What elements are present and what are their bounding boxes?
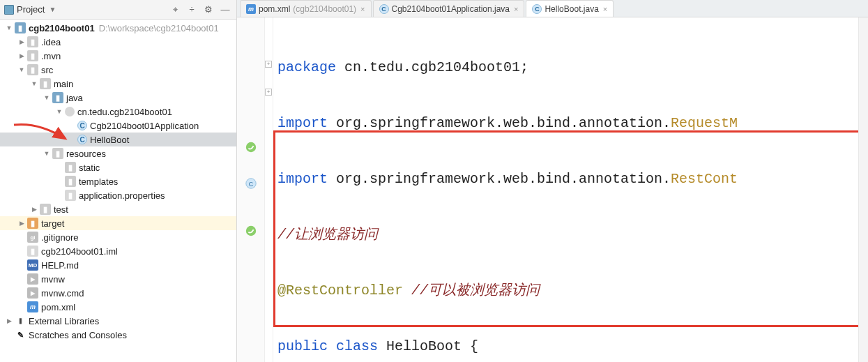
chevron-right-icon[interactable]: ▶ [4, 316, 14, 326]
svg-point-3 [246, 226, 256, 236]
select-target-icon[interactable]: ⌖ [168, 3, 182, 17]
project-toolbar: Project ▼ ⌖ ÷ ⚙ — [0, 0, 236, 20]
properties-file-icon: ▮ [65, 190, 76, 201]
gutter-spring-icon[interactable] [244, 140, 258, 154]
tree-item-target[interactable]: ▶ ▮ target [0, 216, 236, 230]
gutter-spring-icon[interactable] [244, 224, 258, 238]
tab-label: HelloBoot.java [545, 4, 598, 14]
folder-icon: ▮ [27, 36, 38, 47]
close-icon[interactable]: × [359, 5, 365, 13]
tab-application[interactable]: C Cgb2104boot01Application.java × [373, 0, 525, 17]
close-icon[interactable]: × [602, 5, 607, 13]
folder-icon: ▮ [27, 50, 38, 61]
tree-item-resources[interactable]: ▼ ▮ resources [0, 146, 236, 160]
project-sidebar: Project ▼ ⌖ ÷ ⚙ — ▼ ▮ cgb2104boot01 D:\w… [0, 0, 237, 362]
markdown-file-icon: MD [27, 259, 38, 271]
project-tree[interactable]: ▼ ▮ cgb2104boot01 D:\workspace\cgb2104bo… [0, 20, 236, 362]
tree-item-static[interactable]: ▶ ▮ static [0, 160, 236, 174]
tree-item-app-class[interactable]: ▶ C Cgb2104boot01Application [0, 119, 236, 133]
class-icon: C [532, 4, 542, 14]
excluded-folder-icon: ▮ [27, 218, 38, 229]
gutter-fold: + + [265, 17, 273, 362]
tab-label: pom.xml [259, 4, 290, 14]
shell-file-icon: ▶ [27, 273, 38, 285]
project-title: Project [17, 4, 45, 15]
tab-label: Cgb2104boot01Application.java [392, 4, 510, 14]
tree-item-package[interactable]: ▼ cn.tedu.cgb2104boot01 [0, 105, 236, 119]
project-dropdown-icon[interactable]: ▼ [47, 6, 56, 13]
module-icon: ▮ [15, 22, 26, 33]
folder-icon: ▮ [40, 204, 51, 215]
tree-item-mvn[interactable]: ▶ ▮ .mvn [0, 49, 236, 63]
code-editor[interactable]: package cn.tedu.cgb2104boot01; import or… [273, 17, 858, 362]
gutter-icons: C [237, 17, 265, 362]
package-icon [65, 107, 75, 116]
chevron-down-icon[interactable]: ▼ [4, 23, 14, 33]
shell-file-icon: ▶ [27, 287, 38, 299]
tree-item-templates[interactable]: ▶ ▮ templates [0, 174, 236, 188]
tree-item-java[interactable]: ▼ ▮ java [0, 91, 236, 105]
svg-point-0 [246, 142, 256, 152]
gear-icon[interactable]: ⚙ [201, 3, 215, 17]
tree-item-help[interactable]: ▶ MD HELP.md [0, 258, 236, 272]
maven-file-icon: m [246, 4, 256, 14]
iml-file-icon: ▮ [27, 246, 38, 257]
tree-path: D:\workspace\cgb2104boot01 [95, 23, 219, 33]
editor-area: m pom.xml (cgb2104boot01) × C Cgb2104boo… [237, 0, 868, 362]
tree-item-mvnw[interactable]: ▶ ▶ mvnw [0, 272, 236, 286]
tab-pom[interactable]: m pom.xml (cgb2104boot01) × [240, 0, 372, 17]
tree-item-src[interactable]: ▼ ▮ src [0, 63, 236, 77]
fold-icon[interactable]: + [265, 89, 272, 96]
tree-item-test[interactable]: ▶ ▮ test [0, 202, 236, 216]
scratches-icon: ✎ [15, 329, 26, 340]
library-icon: ⫴ [15, 315, 26, 326]
gutter-bean-icon[interactable]: C [244, 176, 258, 190]
chevron-down-icon[interactable]: ▼ [17, 65, 26, 75]
close-icon[interactable]: × [512, 5, 518, 13]
tree-item-pom[interactable]: ▶ m pom.xml [0, 300, 236, 314]
tree-label: cgb2104boot01 [29, 23, 95, 33]
editor-marker-strip[interactable] [858, 17, 868, 362]
tab-sub: (cgb2104boot01) [293, 4, 356, 14]
class-icon: C [77, 135, 87, 144]
folder-icon: ▮ [27, 64, 38, 75]
class-icon: C [77, 121, 87, 130]
hide-panel-icon[interactable]: — [218, 3, 232, 17]
editor-body: C + + package cn.tedu.cgb2104boot01; imp… [237, 17, 868, 362]
tree-item-appprops[interactable]: ▶ ▮ application.properties [0, 188, 236, 202]
chevron-right-icon[interactable]: ▶ [17, 218, 26, 228]
tree-item-external-libs[interactable]: ▶ ⫴ External Libraries [0, 314, 236, 328]
divider-icon[interactable]: ÷ [185, 3, 199, 17]
chevron-down-icon[interactable]: ▼ [42, 149, 52, 158]
gitignore-file-icon: gi [27, 232, 38, 243]
tree-item-idea[interactable]: ▶ ▮ .idea [0, 35, 236, 49]
tree-item-mvnwcmd[interactable]: ▶ ▶ mvnw.cmd [0, 286, 236, 300]
chevron-right-icon[interactable]: ▶ [17, 51, 26, 61]
chevron-down-icon[interactable]: ▼ [29, 79, 39, 89]
tab-helloboot[interactable]: C HelloBoot.java × [526, 0, 614, 17]
chevron-right-icon[interactable]: ▶ [17, 37, 26, 47]
class-icon: C [379, 4, 389, 14]
editor-tabbar: m pom.xml (cgb2104boot01) × C Cgb2104boo… [237, 0, 868, 17]
tree-item-iml[interactable]: ▶ ▮ cgb2104boot01.iml [0, 244, 236, 258]
tree-item-helloboot[interactable]: ▶ C HelloBoot [0, 133, 236, 146]
tree-root[interactable]: ▼ ▮ cgb2104boot01 D:\workspace\cgb2104bo… [0, 21, 236, 35]
tree-item-main[interactable]: ▼ ▮ main [0, 77, 236, 91]
tree-item-gitignore[interactable]: ▶ gi .gitignore [0, 230, 236, 244]
folder-icon: ▮ [65, 162, 76, 173]
folder-icon: ▮ [65, 176, 76, 187]
resources-folder-icon: ▮ [52, 148, 63, 159]
folder-icon: ▮ [40, 78, 51, 89]
svg-text:C: C [249, 181, 254, 188]
tree-item-scratches[interactable]: ▶ ✎ Scratches and Consoles [0, 328, 236, 342]
chevron-right-icon[interactable]: ▶ [29, 204, 39, 214]
chevron-down-icon[interactable]: ▼ [42, 93, 52, 103]
source-folder-icon: ▮ [52, 92, 63, 103]
fold-icon[interactable]: + [265, 61, 272, 68]
maven-file-icon: m [27, 301, 38, 312]
chevron-down-icon[interactable]: ▼ [54, 107, 64, 116]
project-icon [4, 5, 14, 15]
